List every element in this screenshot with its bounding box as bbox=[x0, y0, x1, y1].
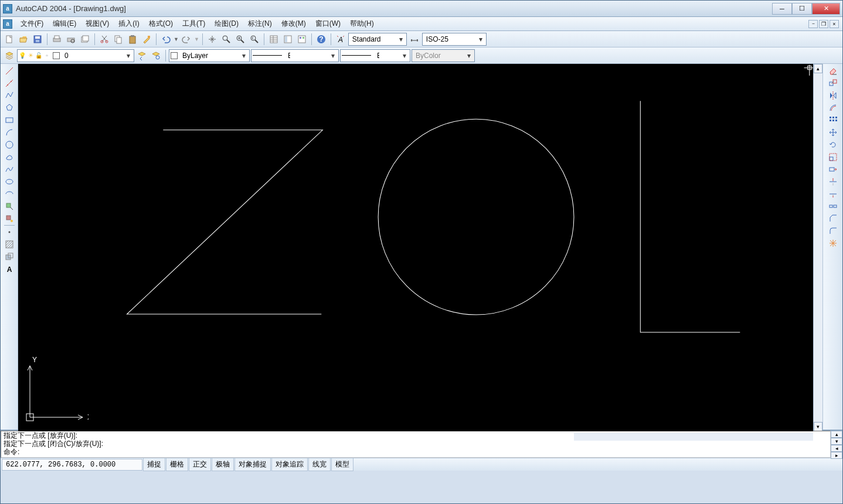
offset-button[interactable] bbox=[827, 102, 839, 114]
scroll-down-button[interactable]: ▾ bbox=[814, 422, 822, 431]
lineweight-combo[interactable]: ByLayer ▾ bbox=[340, 49, 410, 62]
region-button[interactable] bbox=[3, 251, 16, 263]
erase-button[interactable] bbox=[827, 65, 839, 77]
polygon-button[interactable] bbox=[3, 102, 16, 114]
line-button[interactable] bbox=[3, 65, 16, 77]
menu-insert[interactable]: 插入(I) bbox=[114, 17, 144, 30]
mtext-button[interactable]: A bbox=[3, 263, 16, 275]
cut-button[interactable] bbox=[98, 33, 111, 46]
mdi-restore-button[interactable]: ❐ bbox=[819, 20, 828, 28]
plot-preview-button[interactable] bbox=[64, 33, 77, 46]
hatch-button[interactable] bbox=[3, 239, 16, 250]
text-style-icon[interactable]: A bbox=[334, 33, 347, 46]
maximize-button[interactable]: ☐ bbox=[792, 3, 812, 15]
pan-button[interactable] bbox=[206, 33, 219, 46]
mdi-minimize-button[interactable]: － bbox=[808, 20, 818, 28]
menu-dimension[interactable]: 标注(N) bbox=[243, 17, 277, 30]
polyline-button[interactable] bbox=[3, 90, 16, 101]
scroll-up-button[interactable]: ▴ bbox=[814, 64, 822, 73]
stretch-button[interactable] bbox=[827, 164, 839, 175]
trim-button[interactable] bbox=[827, 176, 839, 188]
drawing-area[interactable]: X Y bbox=[18, 64, 813, 431]
plot-button[interactable] bbox=[50, 33, 63, 46]
revcloud-button[interactable] bbox=[3, 151, 16, 163]
text-style-combo[interactable]: Standard ▾ bbox=[348, 33, 407, 46]
save-button[interactable] bbox=[31, 33, 44, 46]
scroll-right-button[interactable]: ▸ bbox=[831, 452, 842, 459]
doc-icon[interactable]: a bbox=[3, 19, 12, 29]
menu-draw[interactable]: 绘图(D) bbox=[210, 17, 243, 30]
scroll-down-button[interactable]: ▾ bbox=[831, 438, 842, 445]
close-button[interactable]: ✕ bbox=[812, 3, 840, 15]
polar-toggle[interactable]: 极轴 bbox=[212, 458, 234, 471]
rectangle-button[interactable] bbox=[3, 114, 16, 126]
spline-button[interactable] bbox=[3, 164, 16, 175]
arc-button[interactable] bbox=[3, 127, 16, 138]
grid-toggle[interactable]: 栅格 bbox=[166, 458, 188, 471]
match-properties-button[interactable] bbox=[140, 33, 153, 46]
ortho-toggle[interactable]: 正交 bbox=[189, 458, 211, 471]
undo-dropdown-icon[interactable]: ▼ bbox=[174, 36, 179, 42]
dim-style-icon[interactable] bbox=[408, 33, 421, 46]
zoom-realtime-button[interactable] bbox=[220, 33, 233, 46]
explode-button[interactable] bbox=[827, 237, 839, 249]
redo-dropdown-icon[interactable]: ▼ bbox=[194, 36, 199, 42]
array-button[interactable] bbox=[827, 114, 839, 126]
lineweight-toggle[interactable]: 线宽 bbox=[308, 458, 331, 471]
make-block-button[interactable] bbox=[3, 213, 16, 224]
publish-button[interactable] bbox=[79, 33, 91, 46]
move-button[interactable] bbox=[827, 127, 839, 138]
linetype-combo[interactable]: ByLayer ▾ bbox=[251, 49, 339, 62]
tool-palettes-button[interactable] bbox=[295, 33, 308, 46]
menu-modify[interactable]: 修改(M) bbox=[277, 17, 311, 30]
ellipse-arc-button[interactable] bbox=[3, 188, 16, 200]
menu-window[interactable]: 窗口(W) bbox=[311, 17, 345, 30]
undo-button[interactable] bbox=[159, 33, 172, 46]
snap-toggle[interactable]: 捕捉 bbox=[143, 458, 165, 471]
osnap-toggle[interactable]: 对象捕捉 bbox=[234, 458, 271, 471]
command-scrollbar[interactable]: ▴ ▾ ◂ ▸ bbox=[831, 431, 842, 458]
horizontal-scrollbar[interactable]: ◂ ▸ bbox=[565, 432, 822, 441]
vertical-scrollbar[interactable]: ▴ ▾ bbox=[813, 64, 822, 431]
design-center-button[interactable] bbox=[281, 33, 294, 46]
mdi-close-button[interactable]: × bbox=[830, 20, 839, 28]
zoom-previous-button[interactable] bbox=[248, 33, 261, 46]
break-button[interactable] bbox=[827, 200, 839, 212]
scroll-left-button[interactable]: ◂ bbox=[831, 445, 842, 452]
chamfer-button[interactable] bbox=[827, 213, 839, 224]
menu-help[interactable]: 帮助(H) bbox=[345, 17, 379, 30]
layer-combo[interactable]: 💡 ☀ 🔓 ▫ 0 ▾ bbox=[17, 49, 134, 62]
menu-edit[interactable]: 编辑(E) bbox=[48, 17, 81, 30]
circle-button[interactable] bbox=[3, 139, 16, 151]
ellipse-button[interactable] bbox=[3, 176, 16, 188]
extend-button[interactable] bbox=[827, 188, 839, 200]
color-combo[interactable]: ByLayer ▾ bbox=[169, 49, 250, 62]
point-button[interactable] bbox=[3, 226, 16, 238]
insert-block-button[interactable] bbox=[3, 200, 16, 212]
menu-view[interactable]: 视图(V) bbox=[81, 17, 114, 30]
mirror-button[interactable] bbox=[827, 90, 839, 101]
coordinates-display[interactable]: 622.0777, 296.7683, 0.0000 bbox=[2, 459, 142, 471]
redo-button[interactable] bbox=[180, 33, 193, 46]
minimize-button[interactable]: ─ bbox=[772, 3, 792, 15]
dim-style-combo[interactable]: ISO-25 ▾ bbox=[422, 33, 487, 46]
new-button[interactable] bbox=[3, 33, 16, 46]
help-button[interactable]: ? bbox=[315, 33, 328, 46]
xline-button[interactable] bbox=[3, 77, 16, 89]
fillet-button[interactable] bbox=[827, 225, 839, 237]
layer-manager-button[interactable] bbox=[3, 49, 16, 62]
open-button[interactable] bbox=[17, 33, 30, 46]
model-toggle[interactable]: 模型 bbox=[331, 458, 353, 471]
scroll-up-button[interactable]: ▴ bbox=[831, 431, 842, 438]
rotate-button[interactable] bbox=[827, 139, 839, 151]
otrack-toggle[interactable]: 对象追踪 bbox=[271, 458, 308, 471]
scale-button[interactable] bbox=[827, 151, 839, 163]
menu-file[interactable]: 文件(F) bbox=[16, 17, 48, 30]
properties-button[interactable] bbox=[267, 33, 280, 46]
menu-tools[interactable]: 工具(T) bbox=[178, 17, 210, 30]
copy-button[interactable] bbox=[112, 33, 125, 46]
zoom-window-button[interactable] bbox=[234, 33, 247, 46]
layer-previous-button[interactable] bbox=[135, 49, 148, 62]
menu-format[interactable]: 格式(O) bbox=[144, 17, 178, 30]
paste-button[interactable] bbox=[126, 33, 139, 46]
